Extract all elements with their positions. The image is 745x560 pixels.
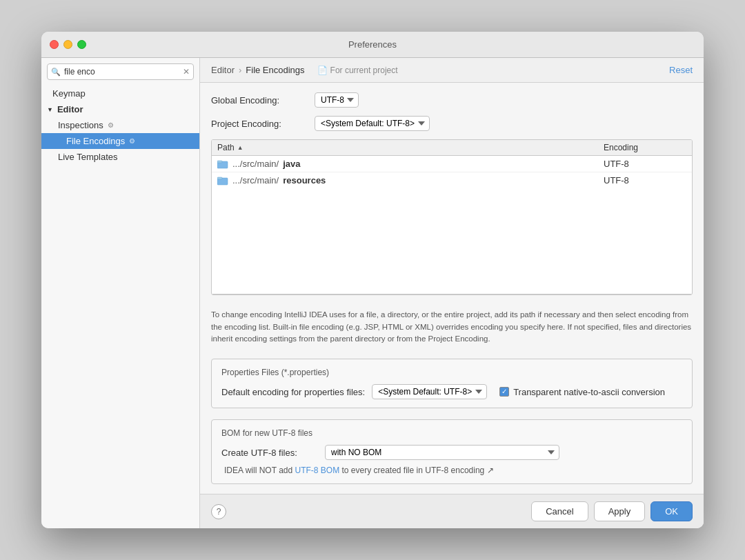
table-row[interactable]: .../src/main/resources UTF-8 (212, 172, 692, 188)
transparent-label: Transparent native-to-ascii conversion (513, 387, 665, 397)
footer-left: ? (211, 504, 226, 519)
sidebar-item-editor[interactable]: ▼ Editor (41, 101, 199, 117)
sidebar-item-label: Inspections (58, 120, 103, 130)
project-encoding-label: Project Encoding: (211, 119, 308, 129)
sidebar-item-live-templates[interactable]: Live Templates (41, 149, 199, 165)
maximize-button[interactable] (77, 40, 86, 49)
expand-triangle-icon: ▼ (47, 106, 53, 113)
utf8-bom-link[interactable]: UTF-8 BOM (295, 466, 339, 475)
table-col-path: Path ▲ (217, 143, 604, 152)
traffic-lights (50, 40, 86, 49)
bom-row: Create UTF-8 files: with NO BOM (221, 445, 682, 460)
svg-rect-1 (217, 161, 222, 163)
folder-icon (217, 159, 228, 169)
header-right: Reset (669, 65, 693, 75)
project-encoding-select[interactable]: <System Default: UTF-8> (315, 116, 430, 131)
create-utf8-label: Create UTF-8 files: (221, 448, 318, 458)
sidebar: 🔍 file enco ✕ Keymap ▼ Editor Inspection… (41, 58, 200, 528)
search-clear-icon[interactable]: ✕ (183, 68, 190, 76)
close-button[interactable] (50, 40, 59, 49)
sidebar-item-keymap[interactable]: Keymap (41, 86, 199, 101)
breadcrumb-separator: › (239, 65, 241, 75)
window-title: Preferences (348, 39, 397, 50)
bom-section-title: BOM for new UTF-8 files (221, 428, 682, 438)
cancel-button[interactable]: Cancel (531, 501, 588, 521)
checkmark-icon: ✓ (501, 388, 507, 395)
breadcrumb-parent: Editor (211, 65, 235, 75)
search-input[interactable]: file enco (47, 63, 194, 80)
main-content: 🔍 file enco ✕ Keymap ▼ Editor Inspection… (41, 58, 704, 528)
bom-note: IDEA will NOT add UTF-8 BOM to every cre… (221, 466, 682, 475)
sidebar-item-inspections[interactable]: Inspections ⚙ (41, 117, 199, 133)
info-text: To change encoding IntelliJ IDEA uses fo… (211, 303, 693, 348)
sidebar-item-label: File Encodings (66, 136, 125, 146)
reset-button[interactable]: Reset (669, 65, 693, 75)
transparent-checkbox-row: ✓ Transparent native-to-ascii conversion (499, 387, 665, 397)
sidebar-item-file-encodings[interactable]: File Encodings ⚙ (41, 133, 199, 149)
svg-rect-3 (217, 177, 222, 179)
table-cell-encoding-2: UTF-8 (604, 175, 686, 186)
table-cell-path-2: .../src/main/resources (217, 175, 604, 186)
breadcrumb-current: File Encodings (246, 65, 304, 75)
table-col-encoding: Encoding (604, 143, 686, 152)
help-button[interactable]: ? (211, 504, 226, 519)
table-body: .../src/main/java UTF-8 (212, 156, 692, 294)
project-encoding-row: Project Encoding: <System Default: UTF-8… (211, 116, 693, 131)
properties-encoding-row: Default encoding for properties files: <… (221, 384, 682, 399)
global-encoding-row: Global Encoding: UTF-8 (211, 92, 693, 108)
sidebar-item-label: Keymap (52, 88, 86, 99)
folder-icon (217, 176, 228, 186)
bom-section: BOM for new UTF-8 files Create UTF-8 fil… (211, 419, 693, 484)
settings-icon: ⚙ (108, 121, 114, 129)
table-toolbar: + − ✎ (212, 294, 692, 295)
content-header: Editor › File Encodings 📄 For current pr… (200, 58, 704, 83)
transparent-checkbox[interactable]: ✓ (499, 387, 509, 397)
properties-files-section: Properties Files (*.properties) Default … (211, 359, 693, 408)
sidebar-item-label: Live Templates (58, 152, 117, 162)
settings-icon: ⚙ (129, 137, 135, 145)
table-cell-encoding-1: UTF-8 (604, 159, 686, 169)
content-body: Global Encoding: UTF-8 Project Encoding:… (200, 83, 704, 494)
for-project-label: 📄 For current project (317, 66, 398, 75)
properties-encoding-label: Default encoding for properties files: (221, 387, 365, 397)
search-icon: 🔍 (51, 68, 61, 77)
table-cell-path-1: .../src/main/java (217, 159, 604, 169)
sort-arrow-icon: ▲ (237, 144, 244, 151)
sidebar-item-label: Editor (57, 104, 83, 114)
ok-button[interactable]: OK (650, 501, 693, 521)
table-row[interactable]: .../src/main/java UTF-8 (212, 156, 692, 172)
global-encoding-label: Global Encoding: (211, 95, 308, 106)
properties-section-title: Properties Files (*.properties) (221, 368, 682, 377)
create-utf8-select[interactable]: with NO BOM (325, 445, 559, 460)
titlebar: Preferences (41, 32, 704, 58)
breadcrumb: Editor › File Encodings 📄 For current pr… (211, 65, 398, 75)
project-icon: 📄 (317, 66, 328, 75)
content-panel: Editor › File Encodings 📄 For current pr… (200, 58, 704, 528)
table-header: Path ▲ Encoding (212, 140, 692, 156)
properties-encoding-select[interactable]: <System Default: UTF-8> (372, 384, 487, 399)
preferences-window: Preferences 🔍 file enco ✕ Keymap ▼ Edito… (41, 32, 704, 528)
apply-button[interactable]: Apply (594, 501, 646, 521)
minimize-button[interactable] (63, 40, 72, 49)
footer-right: Cancel Apply OK (531, 501, 693, 521)
encodings-table: Path ▲ Encoding (211, 139, 693, 295)
search-box: 🔍 file enco ✕ (47, 63, 194, 80)
footer: ? Cancel Apply OK (200, 494, 704, 528)
global-encoding-select[interactable]: UTF-8 (315, 92, 359, 108)
